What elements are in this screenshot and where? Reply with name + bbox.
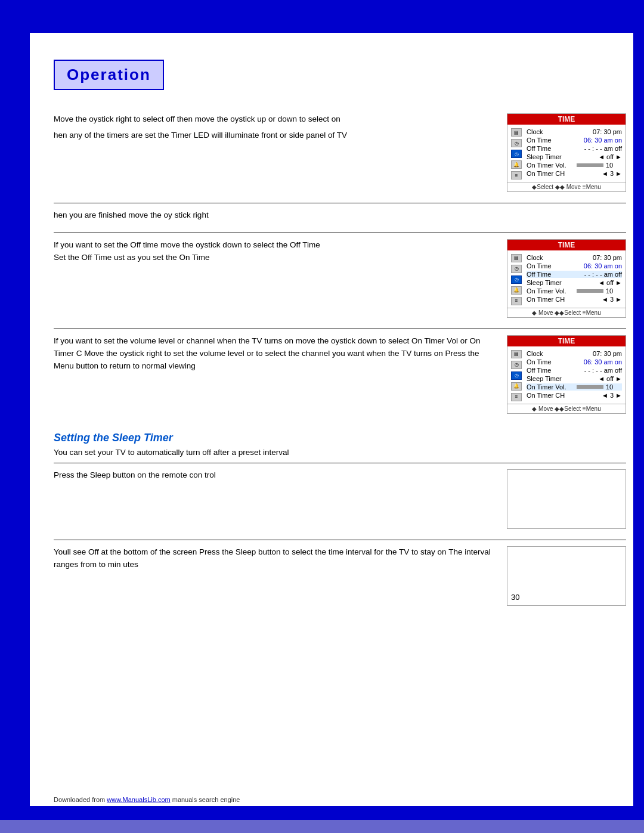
panel4-row-offtime: Off Time - - : - - am off [527, 367, 622, 374]
bottom-bar [0, 806, 644, 833]
right-bar [633, 0, 644, 833]
panel3-icon-5: ≡ [511, 297, 522, 305]
panel3-icon-4: 🔔 [511, 286, 522, 295]
panel-icon-3: ◷ [511, 150, 522, 158]
bottom-bar-inner [0, 820, 644, 833]
panel-footer-1: ◆Select ◆◆ Move ≡Menu [507, 182, 626, 191]
sleep-heading: Setting the Sleep Timer [54, 432, 626, 444]
panel-row-sleep: Sleep Timer ◄ off ► [527, 153, 622, 160]
panel-row-offtime: Off Time - - : - - am off [527, 145, 622, 152]
section-block-4: If you want to set the volume level or c… [54, 329, 626, 414]
sleep-text-2: Youll see Off at the bottom of the scree… [54, 546, 507, 571]
panel4-row-ch: On Timer CH ◄ 3 ► [527, 392, 622, 399]
panel4-icon-3: ◷ [511, 371, 522, 380]
time-panel-header-1: TIME [507, 114, 626, 125]
title-section: Operation [54, 60, 322, 90]
panel3-icon-1: ▤ [511, 254, 522, 262]
section-text-2: hen you are finished move the oy stick r… [54, 209, 626, 222]
sleep-panel-number: 30 [511, 593, 519, 602]
footer-link[interactable]: www.ManualsLib.com [107, 796, 170, 803]
panel3-icon-2: ◷ [511, 265, 522, 273]
footer: Downloaded from www.ManualsLib.com manua… [54, 796, 240, 803]
panel-row-ch: On Timer CH ◄ 3 ► [527, 170, 622, 177]
time-panel-body-1: ▤ ◷ ◷ 🔔 ≡ Clock 07: 30 pm On Time [507, 125, 626, 182]
time-panel-4: TIME ▤ ◷ ◷ 🔔 ≡ Clock 07: 30 pm [507, 335, 626, 414]
panel4-icon-4: 🔔 [511, 382, 522, 391]
time-panel-1: TIME ▤ ◷ ◷ 🔔 ≡ Clock 07: 30 pm [507, 113, 626, 192]
panel4-row-ontime: On Time 06: 30 am on [527, 358, 622, 366]
panel3-row-vol: On Timer Vol. 10 [527, 287, 622, 295]
sleep-title: Setting the Sleep Timer [54, 432, 626, 444]
title-box: Operation [54, 60, 164, 90]
panel3-row-offtime: Off Time - - : - - am off [527, 271, 622, 278]
panel4-row-clock: Clock 07: 30 pm [527, 350, 622, 357]
time-panel-body-3: ▤ ◷ ◷ 🔔 ≡ Clock 07: 30 pm On Time [507, 250, 626, 308]
panel3-row-ch: On Timer CH ◄ 3 ► [527, 296, 622, 303]
sleep-panel-2: 30 [507, 546, 626, 606]
vol-bar-3 [577, 289, 603, 293]
sleep-text-1: Press the Sleep button on the remote con… [54, 469, 507, 482]
sleep-block-2: Youll see Off at the bottom of the scree… [54, 540, 626, 606]
vol-bar [577, 163, 603, 167]
panel-footer-4: ◆ Move ◆◆Select ≡Menu [507, 404, 626, 413]
panel-footer-3: ◆ Move ◆◆Select ≡Menu [507, 308, 626, 317]
panel3-row-ontime: On Time 06: 30 am on [527, 262, 622, 270]
sleep-panel-1 [507, 469, 626, 529]
content-area: Move the oystick right to select off the… [54, 107, 626, 652]
panel4-row-vol: On Timer Vol. 10 [527, 383, 622, 391]
panel-icon-2: ◷ [511, 139, 522, 147]
time-panel-body-4: ▤ ◷ ◷ 🔔 ≡ Clock 07: 30 pm On Time [507, 346, 626, 404]
section-block-2: hen you are finished move the oy stick r… [54, 203, 626, 222]
sleep-block-1: Press the Sleep button on the remote con… [54, 463, 626, 529]
panel-icon-5: ≡ [511, 171, 522, 179]
page-title: Operation [67, 66, 151, 84]
panel4-row-sleep: Sleep Timer ◄ off ► [527, 375, 622, 382]
time-panel-header-4: TIME [507, 336, 626, 346]
panel4-icon-1: ▤ [511, 350, 522, 358]
panel3-row-clock: Clock 07: 30 pm [527, 254, 622, 261]
section-block-1: Move the oystick right to select off the… [54, 107, 626, 192]
panel-row-clock: Clock 07: 30 pm [527, 128, 622, 135]
panel4-icon-5: ≡ [511, 393, 522, 401]
section-text-3: If you want to set the Off time move the… [54, 239, 507, 264]
section-block-3: If you want to set the Off time move the… [54, 233, 626, 318]
section-text-4: If you want to set the volume level or c… [54, 335, 507, 373]
left-bar [0, 0, 30, 833]
vol-bar-4 [577, 385, 603, 389]
sleep-subtext: You can set your TV to automatically tur… [54, 448, 626, 457]
panel-row-ontime: On Time 06: 30 am on [527, 137, 622, 144]
time-panel-header-3: TIME [507, 240, 626, 250]
panel-icon-1: ▤ [511, 128, 522, 137]
panel3-row-sleep: Sleep Timer ◄ off ► [527, 279, 622, 286]
panel-icon-4: 🔔 [511, 160, 522, 169]
panel-row-vol: On Timer Vol. 10 [527, 162, 622, 169]
section-text-1: Move the oystick right to select off the… [54, 113, 507, 142]
panel4-icon-2: ◷ [511, 361, 522, 369]
top-bar [0, 0, 644, 33]
time-panel-3: TIME ▤ ◷ ◷ 🔔 ≡ Clock 07: 30 pm [507, 239, 626, 318]
panel3-icon-3: ◷ [511, 275, 522, 284]
